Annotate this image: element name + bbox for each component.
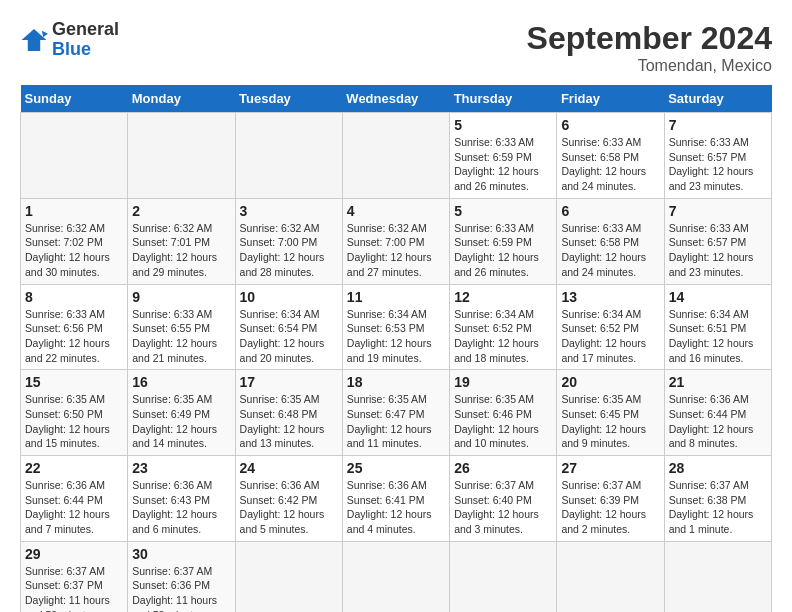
logo-text: General Blue bbox=[52, 20, 119, 60]
day-number: 26 bbox=[454, 460, 552, 476]
calendar-cell: 27 Sunrise: 6:37 AMSunset: 6:39 PMDaylig… bbox=[557, 456, 664, 542]
day-number: 28 bbox=[669, 460, 767, 476]
calendar-cell: 9 Sunrise: 6:33 AMSunset: 6:55 PMDayligh… bbox=[128, 284, 235, 370]
calendar-cell bbox=[450, 541, 557, 612]
day-info: Sunrise: 6:32 AMSunset: 7:00 PMDaylight:… bbox=[240, 221, 338, 280]
day-number: 8 bbox=[25, 289, 123, 305]
calendar-cell: 15 Sunrise: 6:35 AMSunset: 6:50 PMDaylig… bbox=[21, 370, 128, 456]
logo: General Blue bbox=[20, 20, 119, 60]
day-info: Sunrise: 6:35 AMSunset: 6:45 PMDaylight:… bbox=[561, 392, 659, 451]
svg-marker-1 bbox=[42, 30, 48, 36]
calendar-cell: 10 Sunrise: 6:34 AMSunset: 6:54 PMDaylig… bbox=[235, 284, 342, 370]
calendar-cell: 11 Sunrise: 6:34 AMSunset: 6:53 PMDaylig… bbox=[342, 284, 449, 370]
day-info: Sunrise: 6:35 AMSunset: 6:46 PMDaylight:… bbox=[454, 392, 552, 451]
day-info: Sunrise: 6:33 AMSunset: 6:57 PMDaylight:… bbox=[669, 135, 767, 194]
calendar-cell: 28 Sunrise: 6:37 AMSunset: 6:38 PMDaylig… bbox=[664, 456, 771, 542]
day-number: 2 bbox=[132, 203, 230, 219]
day-info: Sunrise: 6:34 AMSunset: 6:52 PMDaylight:… bbox=[454, 307, 552, 366]
day-info: Sunrise: 6:33 AMSunset: 6:57 PMDaylight:… bbox=[669, 221, 767, 280]
day-info: Sunrise: 6:37 AMSunset: 6:39 PMDaylight:… bbox=[561, 478, 659, 537]
day-number: 20 bbox=[561, 374, 659, 390]
day-header-sunday: Sunday bbox=[21, 85, 128, 113]
calendar-week-5: 22 Sunrise: 6:36 AMSunset: 6:44 PMDaylig… bbox=[21, 456, 772, 542]
day-info: Sunrise: 6:37 AMSunset: 6:37 PMDaylight:… bbox=[25, 564, 123, 612]
day-number: 27 bbox=[561, 460, 659, 476]
day-number: 18 bbox=[347, 374, 445, 390]
calendar-cell bbox=[342, 113, 449, 199]
day-header-tuesday: Tuesday bbox=[235, 85, 342, 113]
day-number: 7 bbox=[669, 203, 767, 219]
day-number: 23 bbox=[132, 460, 230, 476]
day-number: 29 bbox=[25, 546, 123, 562]
calendar-cell: 7 Sunrise: 6:33 AMSunset: 6:57 PMDayligh… bbox=[664, 113, 771, 199]
title-section: September 2024 Tomendan, Mexico bbox=[527, 20, 772, 75]
day-number: 13 bbox=[561, 289, 659, 305]
day-info: Sunrise: 6:32 AMSunset: 7:01 PMDaylight:… bbox=[132, 221, 230, 280]
day-info: Sunrise: 6:32 AMSunset: 7:02 PMDaylight:… bbox=[25, 221, 123, 280]
day-header-monday: Monday bbox=[128, 85, 235, 113]
day-info: Sunrise: 6:36 AMSunset: 6:42 PMDaylight:… bbox=[240, 478, 338, 537]
day-number: 10 bbox=[240, 289, 338, 305]
day-number: 24 bbox=[240, 460, 338, 476]
day-number: 1 bbox=[25, 203, 123, 219]
day-info: Sunrise: 6:32 AMSunset: 7:00 PMDaylight:… bbox=[347, 221, 445, 280]
day-info: Sunrise: 6:34 AMSunset: 6:52 PMDaylight:… bbox=[561, 307, 659, 366]
calendar-week-6: 29 Sunrise: 6:37 AMSunset: 6:37 PMDaylig… bbox=[21, 541, 772, 612]
day-info: Sunrise: 6:33 AMSunset: 6:59 PMDaylight:… bbox=[454, 221, 552, 280]
day-info: Sunrise: 6:34 AMSunset: 6:54 PMDaylight:… bbox=[240, 307, 338, 366]
day-number: 4 bbox=[347, 203, 445, 219]
calendar-cell: 19 Sunrise: 6:35 AMSunset: 6:46 PMDaylig… bbox=[450, 370, 557, 456]
day-info: Sunrise: 6:33 AMSunset: 6:56 PMDaylight:… bbox=[25, 307, 123, 366]
calendar-header-row: SundayMondayTuesdayWednesdayThursdayFrid… bbox=[21, 85, 772, 113]
calendar-cell: 16 Sunrise: 6:35 AMSunset: 6:49 PMDaylig… bbox=[128, 370, 235, 456]
calendar-week-4: 15 Sunrise: 6:35 AMSunset: 6:50 PMDaylig… bbox=[21, 370, 772, 456]
day-info: Sunrise: 6:34 AMSunset: 6:53 PMDaylight:… bbox=[347, 307, 445, 366]
logo-icon bbox=[20, 26, 48, 54]
location-title: Tomendan, Mexico bbox=[527, 57, 772, 75]
calendar-cell: 5 Sunrise: 6:33 AMSunset: 6:59 PMDayligh… bbox=[450, 113, 557, 199]
calendar-cell: 26 Sunrise: 6:37 AMSunset: 6:40 PMDaylig… bbox=[450, 456, 557, 542]
calendar-cell: 24 Sunrise: 6:36 AMSunset: 6:42 PMDaylig… bbox=[235, 456, 342, 542]
calendar-cell: 8 Sunrise: 6:33 AMSunset: 6:56 PMDayligh… bbox=[21, 284, 128, 370]
day-header-friday: Friday bbox=[557, 85, 664, 113]
page-header: General Blue September 2024 Tomendan, Me… bbox=[20, 20, 772, 75]
calendar-cell: 23 Sunrise: 6:36 AMSunset: 6:43 PMDaylig… bbox=[128, 456, 235, 542]
day-number: 19 bbox=[454, 374, 552, 390]
day-info: Sunrise: 6:34 AMSunset: 6:51 PMDaylight:… bbox=[669, 307, 767, 366]
calendar-cell bbox=[342, 541, 449, 612]
calendar-week-2: 1 Sunrise: 6:32 AMSunset: 7:02 PMDayligh… bbox=[21, 198, 772, 284]
day-number: 5 bbox=[454, 117, 552, 133]
calendar-cell bbox=[235, 541, 342, 612]
day-number: 9 bbox=[132, 289, 230, 305]
calendar-table: SundayMondayTuesdayWednesdayThursdayFrid… bbox=[20, 85, 772, 612]
day-number: 30 bbox=[132, 546, 230, 562]
day-info: Sunrise: 6:36 AMSunset: 6:44 PMDaylight:… bbox=[669, 392, 767, 451]
calendar-cell: 17 Sunrise: 6:35 AMSunset: 6:48 PMDaylig… bbox=[235, 370, 342, 456]
day-info: Sunrise: 6:35 AMSunset: 6:48 PMDaylight:… bbox=[240, 392, 338, 451]
day-info: Sunrise: 6:35 AMSunset: 6:47 PMDaylight:… bbox=[347, 392, 445, 451]
calendar-cell: 2 Sunrise: 6:32 AMSunset: 7:01 PMDayligh… bbox=[128, 198, 235, 284]
day-info: Sunrise: 6:33 AMSunset: 6:59 PMDaylight:… bbox=[454, 135, 552, 194]
day-info: Sunrise: 6:37 AMSunset: 6:38 PMDaylight:… bbox=[669, 478, 767, 537]
calendar-cell: 4 Sunrise: 6:32 AMSunset: 7:00 PMDayligh… bbox=[342, 198, 449, 284]
day-number: 6 bbox=[561, 203, 659, 219]
calendar-cell: 5 Sunrise: 6:33 AMSunset: 6:59 PMDayligh… bbox=[450, 198, 557, 284]
day-number: 17 bbox=[240, 374, 338, 390]
calendar-body: 5 Sunrise: 6:33 AMSunset: 6:59 PMDayligh… bbox=[21, 113, 772, 613]
calendar-cell: 18 Sunrise: 6:35 AMSunset: 6:47 PMDaylig… bbox=[342, 370, 449, 456]
day-number: 15 bbox=[25, 374, 123, 390]
calendar-cell: 3 Sunrise: 6:32 AMSunset: 7:00 PMDayligh… bbox=[235, 198, 342, 284]
day-header-thursday: Thursday bbox=[450, 85, 557, 113]
calendar-cell bbox=[21, 113, 128, 199]
day-number: 25 bbox=[347, 460, 445, 476]
day-number: 21 bbox=[669, 374, 767, 390]
month-title: September 2024 bbox=[527, 20, 772, 57]
calendar-cell: 30 Sunrise: 6:37 AMSunset: 6:36 PMDaylig… bbox=[128, 541, 235, 612]
calendar-cell bbox=[128, 113, 235, 199]
day-number: 11 bbox=[347, 289, 445, 305]
calendar-cell: 29 Sunrise: 6:37 AMSunset: 6:37 PMDaylig… bbox=[21, 541, 128, 612]
calendar-cell: 12 Sunrise: 6:34 AMSunset: 6:52 PMDaylig… bbox=[450, 284, 557, 370]
calendar-cell: 25 Sunrise: 6:36 AMSunset: 6:41 PMDaylig… bbox=[342, 456, 449, 542]
day-info: Sunrise: 6:36 AMSunset: 6:44 PMDaylight:… bbox=[25, 478, 123, 537]
calendar-cell: 20 Sunrise: 6:35 AMSunset: 6:45 PMDaylig… bbox=[557, 370, 664, 456]
